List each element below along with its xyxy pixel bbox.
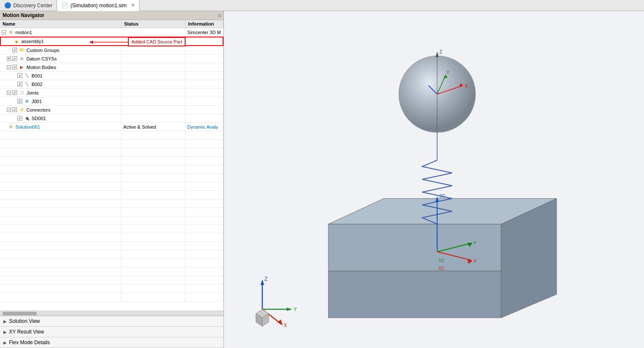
svg-text:X: X [284, 322, 287, 328]
col-status: Status [122, 20, 186, 28]
tree-cell-status [122, 46, 186, 54]
tab-discovery[interactable]: 🔵 Discovery Center [0, 0, 57, 11]
scrollbar-thumb[interactable] [3, 312, 37, 315]
tree-cell-info [186, 46, 223, 54]
joints-icon: ⬡ [18, 90, 25, 96]
tree-cell-name: 📁 Custom Groups [0, 46, 122, 54]
tree-cell-status [122, 37, 186, 45]
assembly1-row[interactable]: ◆ assembly1 [0, 37, 223, 46]
tree-row[interactable]: − ⬡ Joints [0, 89, 223, 97]
assembly-row-wrapper: ◆ assembly1 Added CAD Source Part [0, 37, 223, 46]
expand-button[interactable]: − [7, 91, 11, 95]
tree-cell-info: Simcenter 3D M [186, 28, 223, 36]
empty-row [0, 131, 223, 140]
tree-cell-status [122, 63, 186, 71]
tree-cell-info [186, 63, 223, 71]
tree-cell-name: − ⚙ motion1 [0, 28, 122, 36]
motion-bodies-icon: ▶ [18, 64, 25, 70]
tree-row[interactable]: − ⚡ Connectors [0, 106, 223, 114]
tree-cell-info [186, 80, 223, 88]
empty-row [0, 165, 223, 174]
empty-row [0, 293, 223, 302]
empty-row [0, 276, 223, 285]
col-name: Name [0, 20, 122, 28]
j001-icon: ⊕ [23, 98, 30, 104]
tree-row[interactable]: ╲ B001 [0, 72, 223, 80]
tree-cell-name: ╲ B001 [0, 72, 122, 80]
discovery-icon: 🔵 [4, 2, 11, 9]
node-label: Custom Groups [26, 48, 59, 53]
empty-row [0, 199, 223, 208]
tree-cell-status [122, 89, 186, 97]
checkbox[interactable] [17, 73, 22, 78]
checkbox[interactable] [17, 82, 22, 86]
tree-row[interactable]: 🔌 SD001 [0, 114, 223, 123]
tree-table[interactable]: Name Status Information − ⚙ motion1 Simc… [0, 20, 223, 311]
empty-row [0, 233, 223, 242]
tree-row[interactable]: − ⚙ motion1 Simcenter 3D M [0, 28, 223, 37]
tab-discovery-label: Discovery Center [13, 3, 52, 9]
expand-button[interactable]: − [2, 30, 6, 35]
horizontal-scrollbar[interactable] [0, 311, 223, 316]
svg-text:Y: Y [293, 306, 297, 312]
solution-icon: ⚙ [7, 124, 14, 130]
checkbox[interactable] [17, 116, 22, 121]
sd001-icon: 🔌 [23, 115, 30, 121]
node-label: Datum CSYSs [26, 56, 57, 61]
empty-row [0, 174, 223, 182]
flex-mode-header[interactable]: ▶ Flex Mode Details [0, 337, 223, 348]
tree-row[interactable]: + ⊕ Datum CSYSs [0, 55, 223, 63]
tree-cell-name: − ⚡ Connectors [0, 106, 122, 114]
tree-cell-name: ⊕ J001 [0, 97, 122, 105]
checkbox[interactable] [12, 56, 17, 61]
tab-simulation[interactable]: 📄 (Simulation) motion1.sim ✕ [57, 0, 139, 11]
svg-text:YC: YC [438, 259, 444, 263]
solution-view-header[interactable]: ▶ Solution View [0, 316, 223, 326]
checkbox[interactable] [17, 99, 22, 104]
tree-row[interactable]: 📁 Custom Groups [0, 46, 223, 55]
b002-icon: ╲ [23, 81, 30, 87]
node-label: B001 [32, 73, 43, 78]
tab-bar: 🔵 Discovery Center 📄 (Simulation) motion… [0, 0, 644, 11]
solution001-row[interactable]: ⚙ Solution001 Active & Solved Dynamic An… [0, 123, 223, 131]
node-label: assembly1 [21, 39, 44, 44]
tree-cell-status [122, 72, 186, 80]
bottom-panels: ▶ Solution View ▶ XY Result View ▶ Flex … [0, 316, 223, 348]
empty-row [0, 259, 223, 267]
tree-cell-status [122, 28, 186, 36]
empty-row [0, 267, 223, 276]
tab-simulation-label: (Simulation) motion1.sim [70, 3, 127, 9]
svg-marker-3 [328, 271, 501, 318]
tree-row[interactable]: ⊕ J001 [0, 97, 223, 106]
node-label: Motion Bodies [26, 65, 56, 70]
collapse-arrow-icon: ▶ [3, 319, 7, 324]
left-panel: Motion Navigator □ Name Status Informati… [0, 11, 224, 348]
xy-result-section: ▶ XY Result View [0, 327, 223, 337]
tab-close-button[interactable]: ✕ [131, 3, 135, 8]
xy-result-header[interactable]: ▶ XY Result View [0, 327, 223, 337]
tree-row[interactable]: − ▶ Motion Bodies [0, 63, 223, 72]
checkbox[interactable] [12, 48, 17, 52]
checkbox[interactable] [12, 65, 17, 69]
checkbox[interactable] [12, 90, 17, 95]
tree-cell-status [122, 55, 186, 63]
node-label: SD001 [32, 116, 46, 121]
tree-row[interactable]: ╲ B002 [0, 80, 223, 89]
expand-button[interactable]: + [7, 57, 11, 61]
b001-icon: ╲ [23, 73, 30, 79]
svg-text:Z: Z [264, 276, 267, 282]
right-panel[interactable]: X Y Z ZC Y YC [224, 11, 644, 348]
flex-mode-label: Flex Mode Details [9, 339, 50, 345]
expand-button[interactable]: − [7, 65, 11, 69]
tree-cell-info [186, 55, 223, 63]
svg-text:ZC: ZC [439, 193, 446, 198]
empty-row [0, 148, 223, 157]
empty-row [0, 225, 223, 233]
connectors-icon: ⚡ [18, 107, 25, 113]
tree-cell-status [122, 80, 186, 88]
collapse-arrow-icon: ▶ [3, 340, 7, 345]
node-label: Solution001 [15, 124, 40, 129]
panel-minimize-button[interactable]: □ [218, 13, 221, 18]
expand-button[interactable]: − [7, 108, 11, 112]
checkbox[interactable] [12, 107, 17, 112]
